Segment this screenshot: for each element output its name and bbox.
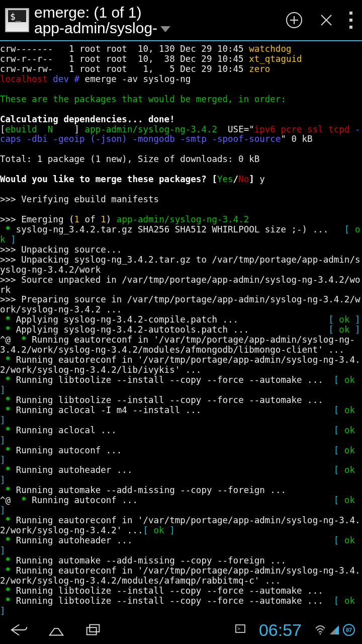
plus-icon — [285, 11, 303, 29]
svg-rect-6 — [89, 625, 99, 632]
status-icons: 87 — [315, 624, 355, 636]
new-tab-button[interactable] — [281, 7, 308, 34]
battery-indicator: 87 — [343, 624, 355, 636]
svg-point-9 — [320, 633, 321, 635]
session-title-dropdown[interactable]: emerge: (1 of 1) app-admin/syslog- — [34, 5, 276, 36]
signal-icon — [329, 624, 340, 635]
wifi-icon — [315, 624, 326, 635]
home-button[interactable] — [44, 620, 68, 640]
status-clock: 06:57 — [259, 620, 302, 640]
close-tab-button[interactable] — [313, 7, 340, 34]
kebab-dot — [349, 12, 352, 15]
terminal-app-icon: $_ — [5, 8, 29, 32]
close-icon — [317, 11, 335, 29]
terminal-notification-icon[interactable]: > — [235, 623, 246, 636]
recent-apps-button[interactable] — [81, 620, 106, 640]
title-line-1: emerge: (1 of 1) — [34, 5, 276, 21]
kebab-dot — [349, 19, 352, 22]
home-icon — [47, 622, 66, 637]
svg-text:>: > — [237, 626, 240, 631]
svg-rect-5 — [87, 627, 97, 634]
android-navbar: > 06:57 87 — [0, 616, 362, 644]
dropdown-icon — [160, 26, 170, 32]
back-button[interactable] — [7, 620, 31, 640]
kebab-dot — [349, 26, 352, 29]
back-icon — [10, 622, 29, 637]
terminal-output[interactable]: crw------- 1 root root 10, 130 Dec 29 10… — [0, 41, 362, 644]
recent-icon — [84, 622, 103, 637]
overflow-menu-button[interactable] — [345, 12, 357, 29]
app-topbar: $_ emerge: (1 of 1) app-admin/syslog- — [0, 0, 362, 41]
title-line-2: app-admin/syslog- — [34, 20, 157, 36]
